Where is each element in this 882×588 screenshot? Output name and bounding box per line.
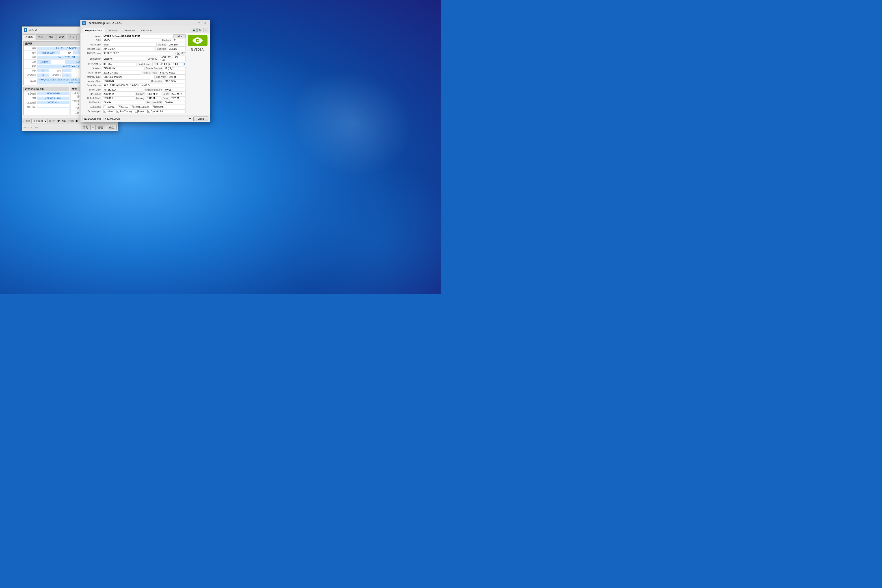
gpuz-memclock-label: Memory (135, 93, 146, 95)
cpuz-spec-label: 规格 (24, 64, 38, 68)
cpuz-codename-value: Raptor Lake (38, 51, 60, 54)
cpuz-validate-btn[interactable]: 验证 (96, 125, 105, 130)
gpuz-revision-label: Revision (161, 39, 172, 42)
gpuz-gpu-row: GPU AD104 Revision A1 (82, 39, 186, 42)
cpuz-multiplier-label: 倍频 (24, 96, 38, 100)
gpuz-tab-graphics-card[interactable]: Graphics Card (82, 28, 105, 33)
gpuz-resizebar-value: Disabled (163, 100, 186, 104)
gpuz-memsize-value: 12288 MB (102, 80, 150, 83)
gpuz-refresh-btn[interactable]: ↻ (197, 28, 202, 32)
gpuz-boost-label: Boost (161, 93, 170, 95)
cpuz-corespeed-value: 5700.00 MHz (38, 92, 69, 95)
cpuz-cores-value: 8P + 16E (57, 120, 66, 122)
cpuz-processor-select[interactable]: 处理器 #1 (32, 119, 48, 123)
gpuz-directcompute-label: DirectCompute (134, 106, 149, 108)
gpuz-deviceid-value: 10DE 2783 - 1458 4138 (159, 56, 186, 62)
nvidia-brand-name: NVIDIA (191, 48, 204, 51)
cpuz-busspeed-value: 100.00 MHz (38, 101, 69, 104)
cpuz-version-bar: Ver. 2.08.0.x64 工具 ▼ 验证 确定 (22, 124, 118, 131)
cpuz-instr-label: 指令集 (24, 80, 38, 83)
cpuz-l3-label: 三级 (71, 111, 81, 115)
gpuz-release-value: Jan 8, 2024 (102, 47, 154, 51)
gpuz-uefi-label: UEFI (180, 52, 186, 54)
gpuz-close-btn-title[interactable]: ✕ (202, 21, 208, 26)
gpuz-directml-item: DirectML (152, 105, 164, 108)
gpuz-driver-row: Driver Version 31.0.15.5123 (NVIDIA 551.… (82, 84, 186, 87)
gpuz-subvendor-value: Gigabyte (102, 57, 146, 61)
cpuz-tab-spd[interactable]: SPD (56, 34, 66, 40)
gpuz-maximize-btn[interactable]: □ (196, 21, 202, 26)
cpuz-l2-label: 二级 (71, 106, 81, 111)
cpuz-extfamily-label: 扩展系列 (24, 73, 38, 77)
gpuz-sli-value: Disabled (102, 100, 146, 104)
gpuz-menu-btn[interactable]: ☰ (203, 28, 208, 32)
cpuz-tdp-label: TDP (60, 51, 74, 54)
gpuz-physx-label: PhysX (138, 110, 144, 113)
gpuz-bios-value: 95.04.69.00.F7 (102, 51, 173, 55)
gpuz-tab-sensors[interactable]: Sensors (105, 28, 120, 33)
gpuz-name-value: NVIDIA GeForce RTX 4070 SUPER (102, 34, 172, 38)
cpuz-extmodel-value: B7 (63, 74, 72, 77)
gpuz-tab-validation[interactable]: Validation (138, 28, 154, 33)
gpuz-die-label: Die Size (157, 44, 168, 46)
gpuz-tech-row: Technology 5 nm Die Size 294 mm² (82, 43, 186, 46)
cpuz-extfamily-value: 6 (38, 74, 49, 77)
gpuz-cuda-checkbox[interactable] (118, 105, 121, 108)
gpuz-physx-checkbox[interactable] (135, 110, 138, 113)
gpuz-opencl-checkbox[interactable] (104, 105, 106, 108)
cpuz-selected-label: 已选择 (23, 120, 30, 123)
gpuz-businterface-value: PCIe x16 4.0 @ x16 4.0 (152, 62, 184, 66)
gpuz-memsize-label: Memory Size (82, 80, 102, 82)
cpuz-tab-memory[interactable]: 内存 (46, 34, 56, 40)
svg-point-1 (197, 40, 198, 42)
gpuz-gpu-label: GPU (82, 39, 102, 42)
gpuz-directml-label: DirectML (155, 106, 164, 108)
gpuz-driver-label: Driver Version (82, 84, 102, 87)
gpuz-tab-bar: Graphics Card Sensors Advanced Validatio… (81, 26, 210, 33)
gpuz-shaders-label: Shaders (82, 67, 102, 70)
gpuz-shaders-value: 7168 Unified (102, 66, 144, 70)
cpuz-clock-title: 时钟 (P-Core #0) (24, 87, 69, 92)
gpuz-gpuclock-label: GPU Clock (82, 93, 102, 95)
gpuz-gpu-select[interactable]: NVIDIA GeForce RTX 4070 SUPER (82, 117, 192, 121)
gpuz-directcompute-checkbox[interactable] (131, 105, 134, 108)
gpuz-businterface-label: Bus Interface (136, 63, 152, 65)
gpuz-camera-btn[interactable]: 📷 (192, 28, 196, 32)
cpuz-version: Ver. 2.08.0.x64 (23, 126, 80, 129)
gpuz-buswidth-label: Bus Width (154, 76, 168, 78)
cpuz-tab-processor[interactable]: 处理器 (23, 34, 35, 40)
gpuz-digsig-value: WHQL (163, 88, 186, 92)
cpuz-cores-label: 核心数 (49, 120, 56, 123)
gpuz-directml-checkbox[interactable] (152, 105, 154, 108)
gpuz-uefi-checkbox[interactable]: ✓ (177, 52, 180, 55)
gpuz-lookup-btn[interactable]: Lookup (173, 34, 186, 38)
cpuz-fsb-label: 额定 FSB (24, 105, 38, 109)
gpuz-bottom-bar: NVIDIA GeForce RTX 4070 SUPER Close (81, 115, 210, 122)
gpuz-opengl-label: OpenGL 4.6 (151, 110, 163, 113)
cpuz-tab-graphics[interactable]: 显卡 (67, 34, 76, 40)
cpuz-ok-btn[interactable]: 确定 (106, 125, 117, 130)
gpuz-subvendor-row: Subvendor Gigabyte Device ID 10DE 2783 -… (82, 56, 186, 62)
cpuz-app-icon: Z (24, 28, 27, 32)
gpuz-share-icon[interactable]: ↗ (173, 52, 177, 55)
gpuz-content: Name NVIDIA GeForce RTX 4070 SUPER Looku… (81, 33, 210, 115)
gpuz-driver-value: 31.0.15.5123 (NVIDIA 551.23) DCH / Win11… (102, 84, 186, 87)
gpuz-memtype-value: GDDR6X (Micron) (102, 75, 154, 79)
cpuz-tools-btn[interactable]: 工具 (81, 125, 90, 130)
gpuz-technologies-label: Technologies (82, 110, 102, 113)
gpuz-deviceid-label: Device ID (146, 58, 159, 60)
gpuz-tab-advanced[interactable]: Advanced (121, 28, 138, 33)
gpuz-minimize-btn[interactable]: — (190, 21, 196, 26)
cpuz-tab-mainboard[interactable]: 主板 (36, 34, 45, 40)
cpuz-family-value: 6 (38, 69, 49, 72)
gpuz-main-table: Name NVIDIA GeForce RTX 4070 SUPER Looku… (82, 34, 186, 114)
gpuz-close-main-btn[interactable]: Close (194, 117, 208, 121)
cpuz-l1d-label: 一级 数据 (71, 92, 81, 99)
gpuz-vulkan-checkbox[interactable] (104, 110, 106, 113)
gpuz-opengl-checkbox[interactable] (147, 110, 150, 113)
gpuz-window: TechPowerUp GPU-Z 2.57.0 — □ ✕ Graphics … (80, 20, 210, 122)
gpuz-raytracing-checkbox[interactable] (117, 110, 119, 113)
gpuz-defmem-label: Memory (135, 97, 146, 99)
gpuz-pixel-value: 207.8 GPixel/s (102, 71, 141, 75)
gpuz-bus-help-icon[interactable]: ? (184, 63, 186, 66)
